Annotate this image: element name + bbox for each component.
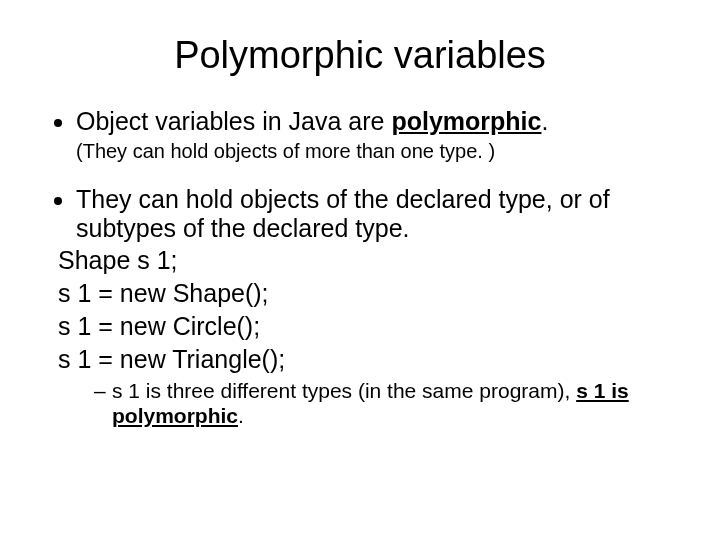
code-line-4: s 1 = new Triangle(); (58, 345, 680, 374)
code-line-3: s 1 = new Circle(); (58, 312, 680, 341)
slide-title: Polymorphic variables (40, 34, 680, 77)
code-line-1: Shape s 1; (58, 246, 680, 275)
bullet-1-sub: (They can hold objects of more than one … (76, 140, 680, 163)
bullet-list-2: They can hold objects of the declared ty… (58, 185, 680, 374)
dash-1-prefix: s 1 is three different types (in the sam… (112, 379, 576, 402)
bullet-1: Object variables in Java are polymorphic… (76, 107, 680, 136)
code-line-2: s 1 = new Shape(); (58, 279, 680, 308)
slide: Polymorphic variables Object variables i… (0, 0, 720, 540)
bullet-2: They can hold objects of the declared ty… (76, 185, 680, 243)
dash-1: s 1 is three different types (in the sam… (94, 379, 680, 429)
bullet-1-prefix: Object variables in Java are (76, 107, 391, 135)
bullet-list: Object variables in Java are polymorphic… (58, 107, 680, 136)
bullet-1-suffix: . (541, 107, 548, 135)
dash-list: s 1 is three different types (in the sam… (94, 379, 680, 429)
dash-1-suffix: . (238, 404, 244, 427)
bullet-1-emph: polymorphic (391, 107, 541, 135)
